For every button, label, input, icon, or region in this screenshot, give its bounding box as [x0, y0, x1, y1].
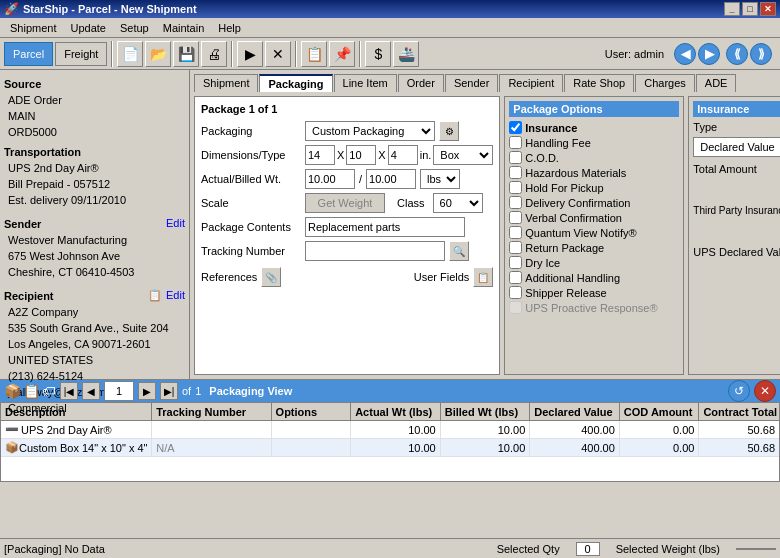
toolbar-tab-freight[interactable]: Freight — [55, 42, 107, 66]
save-btn[interactable]: 💾 — [173, 41, 199, 67]
pkg-delete-btn[interactable]: ✕ — [754, 380, 776, 402]
actual-wt-input[interactable]: 10.00 — [305, 169, 355, 189]
sender-edit-link[interactable]: Edit — [166, 217, 185, 229]
close-button[interactable]: ✕ — [760, 2, 776, 16]
nav-end-btn[interactable]: ⟫ — [750, 43, 772, 65]
col-description: Description — [1, 403, 152, 420]
ship-btn[interactable]: 🚢 — [393, 41, 419, 67]
insurance-header-label: Insurance — [697, 103, 749, 115]
pkg-nav-prev[interactable]: ◀ — [82, 382, 100, 400]
menu-maintain[interactable]: Maintain — [157, 20, 211, 36]
checkbox-delivery-input[interactable] — [509, 196, 522, 209]
checkbox-insurance-input[interactable] — [509, 121, 522, 134]
maximize-button[interactable]: □ — [742, 2, 758, 16]
ins-type-label: Type — [693, 121, 717, 133]
checkbox-dryice-input[interactable] — [509, 256, 522, 269]
toolbar: Parcel Freight 📄 📂 💾 🖨 ▶ ✕ 📋 📌 $ 🚢 User:… — [0, 38, 780, 70]
checkbox-cod-input[interactable] — [509, 151, 522, 164]
pkg-refresh-btn[interactable]: ↺ — [728, 380, 750, 402]
status-text: [Packaging] No Data — [4, 543, 105, 555]
dim3-input[interactable]: 4 — [388, 145, 418, 165]
package-options-header: Package Options — [509, 101, 679, 117]
checkbox-handling-input[interactable] — [509, 136, 522, 149]
tracking-input[interactable] — [305, 241, 445, 261]
checkbox-holdforp-input[interactable] — [509, 181, 522, 194]
tracking-scan-btn[interactable]: 🔍 — [449, 241, 469, 261]
dim-unit: in. — [420, 149, 432, 161]
delete-btn[interactable]: ✕ — [265, 41, 291, 67]
scale-row: Scale Get Weight Class 60 — [201, 193, 493, 213]
tab-charges[interactable]: Charges — [635, 74, 695, 92]
open-btn[interactable]: 📂 — [145, 41, 171, 67]
tab-order[interactable]: Order — [398, 74, 444, 92]
dimensions-row: Dimensions/Type 14 X 10 X 4 in. Box — [201, 145, 493, 165]
checkbox-hazmat-input[interactable] — [509, 166, 522, 179]
row2-actual-wt: 10.00 — [351, 439, 441, 456]
tab-rateshop[interactable]: Rate Shop — [564, 74, 634, 92]
process-btn[interactable]: ▶ — [237, 41, 263, 67]
packaging-row: Packaging Custom Packaging ⚙ — [201, 121, 493, 141]
app-icon: 🚀 — [4, 2, 19, 16]
box-type-select[interactable]: Box — [433, 145, 493, 165]
tab-packaging[interactable]: Packaging — [259, 74, 332, 92]
recipient-edit-link[interactable]: Edit — [166, 289, 185, 302]
pkg-page-input[interactable]: 1 — [104, 381, 134, 401]
checkbox-handling-label: Handling Fee — [525, 137, 590, 149]
pkg-nav-next[interactable]: ▶ — [138, 382, 156, 400]
toolbar-tab-parcel[interactable]: Parcel — [4, 42, 53, 66]
status-bar: [Packaging] No Data Selected Qty 0 Selec… — [0, 538, 780, 558]
pkg-view-icon3: 🏷 — [42, 383, 56, 399]
tab-shipment[interactable]: Shipment — [194, 74, 258, 92]
rate-btn[interactable]: $ — [365, 41, 391, 67]
menu-update[interactable]: Update — [64, 20, 111, 36]
checkbox-verbal-label: Verbal Confirmation — [525, 212, 622, 224]
menu-help[interactable]: Help — [212, 20, 247, 36]
menu-shipment[interactable]: Shipment — [4, 20, 62, 36]
ins-type-select[interactable]: Declared Value — [693, 137, 780, 157]
nav-prev-btn[interactable]: ◀ — [674, 43, 696, 65]
nav-home-btn[interactable]: ⟪ — [726, 43, 748, 65]
tab-recipient[interactable]: Recipient — [499, 74, 563, 92]
nav-next-btn[interactable]: ▶ — [698, 43, 720, 65]
paste-btn[interactable]: 📌 — [329, 41, 355, 67]
checkbox-verbal-input[interactable] — [509, 211, 522, 224]
checkbox-holdforp: Hold For Pickup — [509, 181, 679, 194]
new-shipment-btn[interactable]: 📄 — [117, 41, 143, 67]
user-label: User: admin — [605, 48, 664, 60]
dim2-input[interactable]: 10 — [346, 145, 376, 165]
tab-sender[interactable]: Sender — [445, 74, 498, 92]
checkbox-shipper-release-input[interactable] — [509, 286, 522, 299]
recipient-line2: 535 South Grand Ave., Suite 204 — [4, 320, 185, 336]
ins-thirdparty-label: Third Party Insurance Amount — [693, 205, 780, 216]
checkbox-addlhandling-label: Additional Handling — [525, 272, 620, 284]
print-btn[interactable]: 🖨 — [201, 41, 227, 67]
copy-btn[interactable]: 📋 — [301, 41, 327, 67]
packaging-options-btn[interactable]: ⚙ — [439, 121, 459, 141]
checkbox-qvn-input[interactable] — [509, 226, 522, 239]
user-fields-btn[interactable]: 📋 — [473, 267, 493, 287]
references-btn[interactable]: 📎 — [261, 267, 281, 287]
wt-unit-select[interactable]: lbs — [420, 169, 460, 189]
dim1-input[interactable]: 14 — [305, 145, 335, 165]
dimensions-inputs: 14 X 10 X 4 in. Box — [305, 145, 493, 165]
row1-tracking — [152, 421, 271, 438]
tab-lineitem[interactable]: Line Item — [334, 74, 397, 92]
checkbox-return-input[interactable] — [509, 241, 522, 254]
table-row[interactable]: 📦 Custom Box 14" x 10" x 4" N/A 10.00 10… — [1, 439, 779, 457]
tab-ade[interactable]: ADE — [696, 74, 737, 92]
table-row[interactable]: ➖ UPS 2nd Day Air® 10.00 10.00 400.00 0.… — [1, 421, 779, 439]
row1-total: 50.68 — [699, 421, 779, 438]
checkbox-addlhandling-input[interactable] — [509, 271, 522, 284]
menu-setup[interactable]: Setup — [114, 20, 155, 36]
contents-input[interactable]: Replacement parts — [305, 217, 465, 237]
packaging-select[interactable]: Custom Packaging — [305, 121, 435, 141]
recipient-copy-icon[interactable]: 📋 — [148, 289, 162, 302]
pkg-nav-first[interactable]: |◀ — [60, 382, 78, 400]
insurance-panel: Insurance 0.00 Type Declared Value Total… — [688, 96, 780, 375]
billed-wt-input[interactable]: 10.00 — [366, 169, 416, 189]
toolbar-separator2 — [231, 41, 233, 67]
class-select[interactable]: 60 — [433, 193, 483, 213]
minimize-button[interactable]: _ — [724, 2, 740, 16]
dim-x2: X — [378, 149, 385, 161]
pkg-nav-last[interactable]: ▶| — [160, 382, 178, 400]
